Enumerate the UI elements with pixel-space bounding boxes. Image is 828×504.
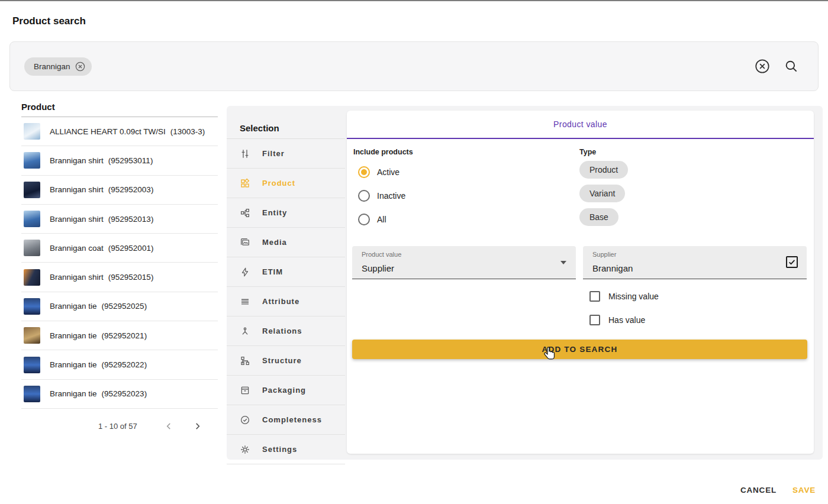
product-name: Brannigan tie bbox=[50, 302, 97, 311]
product-row[interactable]: Brannigan coat(952952001) bbox=[21, 234, 218, 263]
chevron-left-icon[interactable] bbox=[162, 419, 176, 434]
tab-product-value[interactable]: Product value bbox=[553, 119, 607, 129]
selection-title: Selection bbox=[227, 106, 345, 139]
product-row[interactable]: Brannigan tie(952952025) bbox=[21, 292, 218, 321]
product-thumbnail bbox=[24, 269, 40, 286]
product-row[interactable]: ALLIANCE HEART 0.09ct TW/SI(13003-3) bbox=[21, 117, 218, 146]
product-thumbnail bbox=[24, 386, 40, 402]
product-id: (952952015) bbox=[108, 273, 154, 282]
radio-button-icon bbox=[358, 166, 370, 178]
sidebar-item-relations[interactable]: Relations bbox=[227, 316, 345, 346]
sidebar-item-attribute[interactable]: Attribute bbox=[227, 287, 345, 316]
product-thumbnail bbox=[24, 182, 40, 198]
add-to-search-button[interactable]: ADD TO SEARCH bbox=[352, 340, 807, 359]
sidebar-item-label: ETIM bbox=[262, 267, 283, 276]
product-thumbnail bbox=[24, 123, 40, 140]
product-row[interactable]: Brannigan shirt(952952003) bbox=[21, 176, 218, 205]
product-row[interactable]: Brannigan shirt(952953011) bbox=[21, 146, 218, 175]
sidebar-item-structure[interactable]: Structure bbox=[227, 346, 345, 376]
dropdown-arrow-icon bbox=[560, 261, 566, 264]
product-result-list: Product ALLIANCE HEART 0.09ct TW/SI(1300… bbox=[21, 102, 218, 437]
sidebar-item-label: Filter bbox=[262, 149, 285, 158]
product-name: Brannigan tie bbox=[50, 360, 97, 369]
radio-button-icon bbox=[358, 214, 370, 225]
missing-value-checkbox[interactable]: Missing value bbox=[589, 291, 659, 302]
product-thumbnail bbox=[24, 240, 40, 256]
lightning-icon bbox=[240, 267, 250, 277]
sidebar-item-label: Completeness bbox=[262, 415, 322, 424]
sidebar-item-label: Settings bbox=[262, 445, 297, 454]
search-input[interactable]: Brannigan bbox=[9, 41, 819, 91]
sidebar-item-label: Structure bbox=[262, 356, 302, 365]
product-grid-icon bbox=[240, 178, 250, 189]
sidebar-item-label: Attribute bbox=[262, 297, 299, 306]
sidebar-item-settings[interactable]: Settings bbox=[227, 435, 345, 464]
filter-sliders-icon bbox=[240, 148, 250, 159]
product-name: ALLIANCE HEART 0.09ct TW/SI bbox=[50, 127, 166, 136]
product-row[interactable]: Brannigan shirt(952952015) bbox=[21, 263, 218, 292]
product-row[interactable]: Brannigan tie(952952023) bbox=[21, 380, 218, 409]
sidebar-item-etim[interactable]: ETIM bbox=[227, 257, 345, 287]
has-value-checkbox[interactable]: Has value bbox=[589, 315, 645, 325]
chevron-right-icon[interactable] bbox=[191, 419, 205, 434]
search-chip[interactable]: Brannigan bbox=[24, 57, 92, 76]
checkbox-icon bbox=[589, 291, 600, 302]
sidebar-item-packaging[interactable]: Packaging bbox=[227, 376, 345, 405]
media-image-icon bbox=[240, 237, 250, 248]
sidebar-item-label: Entity bbox=[262, 208, 287, 217]
check-circle-icon bbox=[240, 415, 250, 425]
type-chip-product[interactable]: Product bbox=[579, 161, 628, 179]
product-id: (952952021) bbox=[102, 331, 147, 340]
product-list-header: Product bbox=[21, 102, 218, 117]
type-chip-base[interactable]: Base bbox=[579, 208, 618, 226]
checked-checkbox-icon[interactable] bbox=[786, 256, 798, 268]
product-row[interactable]: Brannigan tie(952952022) bbox=[21, 350, 218, 379]
product-name: Brannigan shirt bbox=[50, 185, 104, 194]
paginator: 1 - 10 of 57 bbox=[21, 416, 218, 437]
product-id: (952952022) bbox=[102, 360, 147, 369]
product-thumbnail bbox=[24, 357, 40, 373]
search-builder-panel: Selection Filter Product bbox=[227, 106, 823, 460]
product-id: (952952025) bbox=[102, 302, 147, 311]
product-id: (952952013) bbox=[108, 215, 154, 224]
product-id: (952952023) bbox=[102, 389, 147, 398]
cancel-button[interactable]: CANCEL bbox=[740, 486, 777, 495]
sidebar-item-media[interactable]: Media bbox=[227, 228, 345, 257]
product-row[interactable]: Brannigan tie(952952021) bbox=[21, 321, 218, 350]
sidebar-item-entity[interactable]: Entity bbox=[227, 198, 345, 228]
product-name: Brannigan shirt bbox=[50, 215, 104, 224]
type-chip-variant[interactable]: Variant bbox=[579, 185, 625, 202]
relations-icon bbox=[240, 326, 250, 337]
product-id: (13003-3) bbox=[170, 127, 205, 136]
sidebar-item-completeness[interactable]: Completeness bbox=[227, 405, 345, 435]
product-name: Brannigan shirt bbox=[50, 156, 104, 165]
product-row[interactable]: Brannigan shirt(952952013) bbox=[21, 205, 218, 234]
supplier-value-field[interactable]: Supplier Brannigan bbox=[583, 246, 807, 279]
search-icon[interactable] bbox=[784, 59, 799, 74]
product-thumbnail bbox=[24, 152, 40, 169]
product-value-card: Product value Include products Type Acti… bbox=[347, 111, 814, 454]
product-id: (952953011) bbox=[108, 156, 153, 165]
chip-remove-icon[interactable] bbox=[75, 61, 86, 72]
sidebar-item-filter[interactable]: Filter bbox=[227, 139, 345, 169]
clear-search-icon[interactable] bbox=[754, 58, 771, 75]
radio-active[interactable]: Active bbox=[358, 166, 399, 178]
tab-bar: Product value bbox=[347, 111, 814, 139]
entity-nodes-icon bbox=[240, 208, 250, 218]
product-thumbnail bbox=[24, 298, 40, 315]
product-thumbnail bbox=[24, 211, 40, 227]
radio-all[interactable]: All bbox=[358, 214, 386, 225]
type-label: Type bbox=[579, 148, 596, 156]
product-name: Brannigan shirt bbox=[50, 273, 104, 282]
selection-sidebar: Selection Filter Product bbox=[227, 106, 345, 460]
search-chip-label: Brannigan bbox=[34, 62, 70, 71]
sidebar-item-product[interactable]: Product bbox=[227, 169, 345, 198]
include-products-label: Include products bbox=[353, 148, 413, 156]
radio-inactive[interactable]: Inactive bbox=[358, 190, 405, 202]
lines-icon bbox=[240, 296, 250, 307]
save-button[interactable]: SAVE bbox=[792, 486, 816, 495]
product-name: Brannigan tie bbox=[50, 331, 97, 340]
product-value-select[interactable]: Product value Supplier bbox=[352, 246, 576, 279]
sidebar-item-label: Media bbox=[262, 238, 287, 247]
product-id: (952952003) bbox=[108, 185, 154, 194]
